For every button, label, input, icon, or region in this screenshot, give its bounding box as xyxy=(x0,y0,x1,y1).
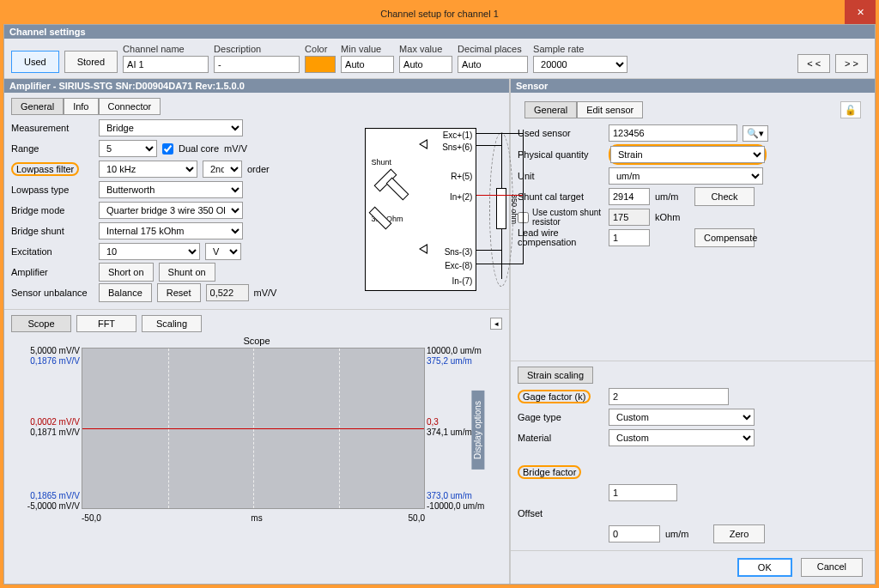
amplifier-label: Amplifier xyxy=(11,267,94,277)
color-swatch[interactable] xyxy=(305,56,336,73)
dualcore-checkbox[interactable] xyxy=(162,143,173,155)
tab-info[interactable]: Info xyxy=(64,98,98,115)
tab-fft[interactable]: FFT xyxy=(76,315,136,332)
offset-unit: um/m xyxy=(665,529,708,539)
bmode-label: Bridge mode xyxy=(11,205,94,215)
pin-exc-minus: Exc-(8) xyxy=(445,261,472,270)
trace-red xyxy=(82,428,424,429)
dp-input[interactable] xyxy=(458,56,528,73)
channel-settings-header: Channel settings xyxy=(4,25,875,39)
stored-button[interactable]: Stored xyxy=(64,51,118,73)
offset-input[interactable] xyxy=(609,525,660,543)
sample-select[interactable]: 20000 xyxy=(533,56,627,73)
ok-button[interactable]: OK xyxy=(737,558,792,577)
lptype-label: Lowpass type xyxy=(11,185,94,195)
compensate-button[interactable]: Compensate xyxy=(694,228,755,247)
yr-mid-b: 374,1 um/m xyxy=(427,427,500,437)
channel-name-label: Channel name xyxy=(123,44,209,54)
unbalance-value xyxy=(206,284,249,301)
bshunt-select[interactable]: Internal 175 kOhm xyxy=(99,222,243,239)
unbalance-unit: mV/V xyxy=(254,288,277,298)
description-field: Description xyxy=(214,44,300,73)
range-label: Range xyxy=(11,143,94,154)
sensor-tab-edit[interactable]: Edit sensor xyxy=(577,101,643,118)
yr-bot-a: 373,0 um/m xyxy=(427,491,500,500)
tab-strain-scaling[interactable]: Strain scaling xyxy=(518,367,593,384)
sct-label: Shunt cal target xyxy=(518,191,603,202)
max-input[interactable] xyxy=(399,56,452,73)
balance-button[interactable]: Balance xyxy=(99,283,152,302)
material-select[interactable]: Custom xyxy=(609,429,755,446)
tab-connector[interactable]: Connector xyxy=(99,98,161,115)
shunt-label: Shunt xyxy=(371,158,391,167)
short-on-button[interactable]: Short on xyxy=(99,263,154,282)
range-select[interactable]: 5 xyxy=(99,140,157,157)
gage-input[interactable] xyxy=(609,388,729,405)
strain-panel: Strain scaling Gage factor (k) Gage type… xyxy=(511,361,875,550)
channel-name-input[interactable] xyxy=(123,56,209,73)
gtype-select[interactable]: Custom xyxy=(609,409,755,426)
used-sensor-label: Used sensor xyxy=(518,128,603,138)
lptype-select[interactable]: Butterworth xyxy=(99,181,243,198)
dp-label: Decimal places xyxy=(458,44,528,54)
bridge-factor-label: Bridge factor xyxy=(518,465,603,479)
pin-r-plus: R+(5) xyxy=(451,172,472,181)
prev-channel-button[interactable]: < < xyxy=(797,54,830,73)
pin-exc-plus: Exc+(1) xyxy=(443,130,473,140)
reset-button[interactable]: Reset xyxy=(157,283,201,302)
excitation-label: Excitation xyxy=(11,246,94,257)
tab-general[interactable]: General xyxy=(11,98,64,115)
pq-select[interactable]: Strain xyxy=(610,146,765,163)
lowpass-label: Lowpass filter xyxy=(11,162,94,176)
search-icon[interactable]: 🔍▾ xyxy=(743,125,768,142)
pin-in-plus: In+(2) xyxy=(450,192,472,202)
channel-name-field: Channel name xyxy=(123,44,209,73)
dialog-footer: OK Cancel xyxy=(511,550,875,584)
max-field: Max value xyxy=(399,44,452,73)
close-button[interactable]: ✕ xyxy=(845,0,876,24)
sensor-tab-general[interactable]: General xyxy=(524,101,577,118)
yl-mid-b: 0,1871 mV/V xyxy=(13,427,80,437)
x-right: 50,0 xyxy=(409,513,425,523)
min-input[interactable] xyxy=(341,56,394,73)
zero-button[interactable]: Zero xyxy=(713,524,765,543)
scope-plot[interactable] xyxy=(82,348,425,509)
yr-mid-a: 0,3 xyxy=(427,417,500,427)
check-button[interactable]: Check xyxy=(694,187,755,206)
tab-scaling[interactable]: Scaling xyxy=(142,315,202,332)
measurement-select[interactable]: Bridge xyxy=(99,119,243,136)
x-left: -50,0 xyxy=(82,513,101,523)
dualcore-label: Dual core xyxy=(179,143,219,154)
lead-input[interactable] xyxy=(609,229,650,246)
description-input[interactable] xyxy=(214,56,300,73)
window-title: Channel setup for channel 1 xyxy=(380,9,499,19)
gtype-label: Gage type xyxy=(518,412,603,422)
bmode-select[interactable]: Quarter bridge 3 wire 350 Ohm xyxy=(99,202,243,219)
lock-icon[interactable]: 🔓 xyxy=(840,101,861,118)
unit-select[interactable]: um/m xyxy=(609,167,763,185)
custom-shunt-label: Use custom shunt resistor xyxy=(532,208,603,227)
measurement-label: Measurement xyxy=(11,123,94,133)
lowpass-select[interactable]: 10 kHz xyxy=(99,161,197,178)
lowpass-order-select[interactable]: 2nd xyxy=(203,161,242,178)
yl-mid-a: 0,0002 mV/V xyxy=(13,417,80,427)
used-button[interactable]: Used xyxy=(11,51,59,73)
cancel-button[interactable]: Cancel xyxy=(801,558,863,577)
bridge-factor-input[interactable] xyxy=(609,484,677,501)
description-label: Description xyxy=(214,44,300,54)
used-sensor-input[interactable] xyxy=(609,124,737,142)
excitation-select[interactable]: 10 xyxy=(99,243,200,260)
next-channel-button[interactable]: > > xyxy=(835,54,868,73)
amplifier-header: Amplifier - SIRIUS-STG SNr:D00904DA71 Re… xyxy=(4,79,509,93)
yr-top-b: 375,2 um/m xyxy=(427,356,500,366)
excitation-unit-select[interactable]: V xyxy=(205,243,241,260)
shunt-on-button[interactable]: Shunt on xyxy=(159,263,215,282)
sct-input[interactable] xyxy=(609,188,650,205)
lead-label: Lead wire compensation xyxy=(518,228,603,247)
collapse-button[interactable]: ◂ xyxy=(490,318,502,330)
tab-scope[interactable]: Scope xyxy=(11,315,71,332)
display-options-tab[interactable]: Display options xyxy=(472,391,485,470)
range-unit: mV/V xyxy=(224,143,247,154)
right-column: Sensor General Edit sensor 🔓 Used sensor… xyxy=(511,79,875,584)
pq-label: Physical quantity xyxy=(518,149,603,160)
